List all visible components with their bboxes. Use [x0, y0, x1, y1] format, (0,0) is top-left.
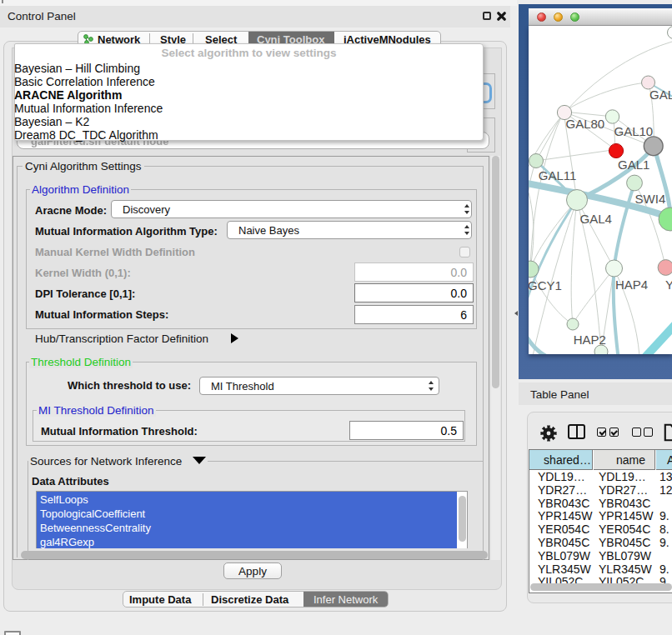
svg-text:GAL1: GAL1: [618, 158, 649, 172]
svg-text:GAL: GAL: [649, 88, 672, 102]
svg-text:HAP2: HAP2: [574, 332, 606, 347]
svg-text:Y: Y: [665, 278, 672, 292]
svg-text:GAL10: GAL10: [614, 124, 654, 138]
svg-text:HAP4: HAP4: [615, 278, 648, 292]
svg-text:GCY1: GCY1: [529, 278, 562, 292]
svg-text:GAL4: GAL4: [580, 212, 612, 226]
svg-text:GAL11: GAL11: [539, 168, 577, 182]
svg-text:GAL80: GAL80: [566, 117, 605, 131]
svg-text:SWI4: SWI4: [635, 192, 666, 206]
